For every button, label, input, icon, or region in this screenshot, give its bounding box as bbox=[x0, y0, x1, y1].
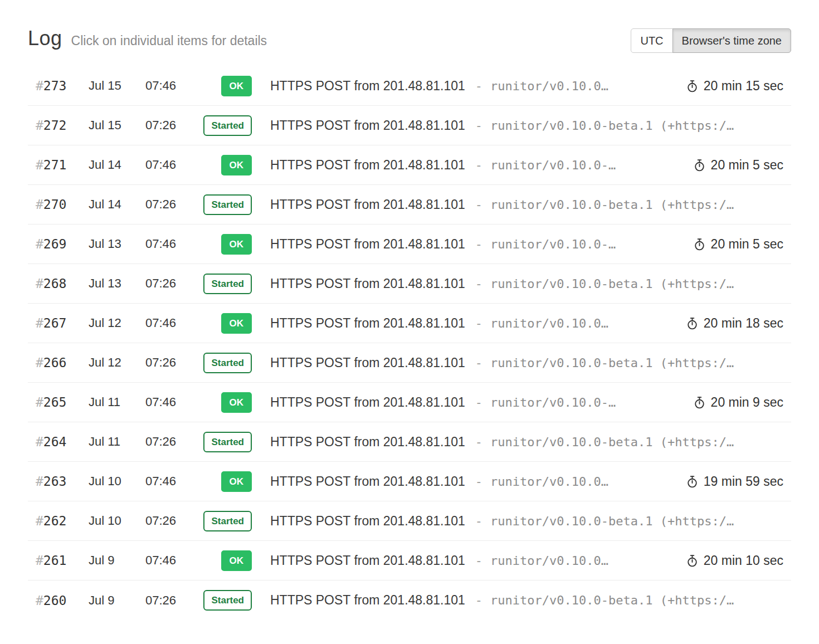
log-row[interactable]: #267 Jul 12 07:46 OK HTTPS POST from 201… bbox=[28, 304, 791, 343]
stopwatch-icon bbox=[686, 80, 699, 92]
event-text: HTTPS POST from 201.48.81.101 bbox=[270, 593, 465, 608]
duration: 19 min 59 sec bbox=[676, 474, 783, 489]
status-badge: OK bbox=[221, 155, 252, 175]
ping-number: #260 bbox=[36, 593, 89, 608]
ping-time: 07:26 bbox=[145, 355, 188, 370]
status-badge: OK bbox=[221, 234, 252, 255]
ping-number-value: 273 bbox=[43, 79, 67, 93]
event-text: HTTPS POST from 201.48.81.101 bbox=[270, 197, 465, 212]
utc-button[interactable]: UTC bbox=[631, 28, 672, 53]
ping-number: #273 bbox=[36, 79, 89, 93]
user-agent-text: runitor/v0.10.0-beta.1 (+https:/… bbox=[490, 593, 734, 607]
status-badge: Started bbox=[203, 432, 252, 452]
hash-prefix: # bbox=[36, 158, 43, 172]
log-row[interactable]: #271 Jul 14 07:46 OK HTTPS POST from 201… bbox=[28, 145, 791, 185]
dash-separator: - bbox=[475, 119, 482, 133]
stopwatch-icon bbox=[686, 475, 699, 488]
event-text: HTTPS POST from 201.48.81.101 bbox=[270, 79, 465, 94]
stopwatch-icon bbox=[693, 396, 706, 409]
log-row[interactable]: #273 Jul 15 07:46 OK HTTPS POST from 201… bbox=[28, 66, 791, 106]
log-row[interactable]: #265 Jul 11 07:46 OK HTTPS POST from 201… bbox=[28, 383, 791, 422]
status-badge-cell: Started bbox=[188, 432, 252, 452]
ping-number-value: 263 bbox=[43, 474, 67, 489]
log-row[interactable]: #264 Jul 11 07:26 Started HTTPS POST fro… bbox=[28, 422, 791, 462]
stopwatch-icon bbox=[693, 159, 706, 172]
log-row[interactable]: #266 Jul 12 07:26 Started HTTPS POST fro… bbox=[28, 343, 791, 383]
user-agent-text: runitor/v0.10.0… bbox=[490, 79, 608, 93]
user-agent-text: runitor/v0.10.0-… bbox=[490, 396, 616, 409]
ping-date: Jul 12 bbox=[89, 355, 145, 370]
ping-time: 07:46 bbox=[145, 553, 188, 568]
event-text: HTTPS POST from 201.48.81.101 bbox=[270, 474, 465, 489]
status-badge: Started bbox=[203, 511, 252, 531]
event-text: HTTPS POST from 201.48.81.101 bbox=[270, 553, 465, 568]
status-badge-cell: OK bbox=[188, 76, 252, 96]
duration-text: 20 min 18 sec bbox=[704, 316, 783, 331]
log-row[interactable]: #269 Jul 13 07:46 OK HTTPS POST from 201… bbox=[28, 225, 791, 264]
log-row[interactable]: #263 Jul 10 07:46 OK HTTPS POST from 201… bbox=[28, 462, 791, 501]
status-badge-cell: OK bbox=[188, 392, 252, 413]
ping-number-value: 266 bbox=[43, 355, 67, 370]
ping-detail: HTTPS POST from 201.48.81.101 - runitor/… bbox=[270, 514, 783, 529]
log-page: Log Click on individual items for detail… bbox=[0, 0, 819, 620]
user-agent-text: runitor/v0.10.0-beta.1 (+https:/… bbox=[490, 435, 734, 449]
hash-prefix: # bbox=[36, 276, 43, 291]
ping-date: Jul 15 bbox=[89, 79, 145, 93]
user-agent-text: runitor/v0.10.0-beta.1 (+https:/… bbox=[490, 356, 734, 370]
event-text: HTTPS POST from 201.48.81.101 bbox=[270, 435, 465, 450]
event-text: HTTPS POST from 201.48.81.101 bbox=[270, 276, 465, 291]
status-badge-cell: OK bbox=[188, 155, 252, 175]
ping-detail: HTTPS POST from 201.48.81.101 - runitor/… bbox=[270, 118, 783, 133]
log-row[interactable]: #261 Jul 9 07:46 OK HTTPS POST from 201.… bbox=[28, 541, 791, 580]
ping-time: 07:26 bbox=[145, 593, 188, 608]
ping-number-value: 264 bbox=[43, 435, 67, 449]
duration-text: 20 min 15 sec bbox=[704, 79, 783, 94]
status-badge-cell: OK bbox=[188, 313, 252, 334]
ping-date: Jul 9 bbox=[89, 593, 145, 608]
hash-prefix: # bbox=[36, 514, 43, 528]
ping-time: 07:26 bbox=[145, 435, 188, 449]
duration-text: 19 min 59 sec bbox=[704, 474, 783, 489]
status-badge: Started bbox=[203, 590, 252, 611]
hash-prefix: # bbox=[36, 553, 43, 568]
ping-number: #268 bbox=[36, 276, 89, 291]
ping-number: #267 bbox=[36, 316, 89, 330]
ping-number: #263 bbox=[36, 474, 89, 489]
duration-text: 20 min 10 sec bbox=[704, 553, 783, 568]
ping-date: Jul 9 bbox=[89, 553, 145, 568]
status-badge-cell: OK bbox=[188, 550, 252, 571]
page-header: Log Click on individual items for detail… bbox=[28, 0, 791, 53]
ping-detail: HTTPS POST from 201.48.81.101 - runitor/… bbox=[270, 395, 683, 410]
title-wrap: Log Click on individual items for detail… bbox=[28, 27, 267, 50]
ping-time: 07:46 bbox=[145, 237, 188, 251]
ping-detail: HTTPS POST from 201.48.81.101 - runitor/… bbox=[270, 79, 676, 94]
ping-date: Jul 14 bbox=[89, 197, 145, 212]
status-badge: Started bbox=[203, 115, 252, 136]
user-agent-text: runitor/v0.10.0-beta.1 (+https:/… bbox=[490, 119, 734, 133]
log-row[interactable]: #262 Jul 10 07:26 Started HTTPS POST fro… bbox=[28, 501, 791, 541]
ping-time: 07:26 bbox=[145, 197, 188, 212]
ping-time: 07:46 bbox=[145, 79, 188, 93]
log-row[interactable]: #268 Jul 13 07:26 Started HTTPS POST fro… bbox=[28, 264, 791, 304]
status-badge-cell: Started bbox=[188, 194, 252, 215]
browser-timezone-button[interactable]: Browser's time zone bbox=[672, 28, 791, 53]
hash-prefix: # bbox=[36, 79, 43, 93]
ping-number: #266 bbox=[36, 355, 89, 370]
duration-text: 20 min 5 sec bbox=[711, 158, 783, 173]
log-row[interactable]: #260 Jul 9 07:26 Started HTTPS POST from… bbox=[28, 580, 791, 620]
ping-detail: HTTPS POST from 201.48.81.101 - runitor/… bbox=[270, 435, 783, 450]
hash-prefix: # bbox=[36, 237, 43, 251]
dash-separator: - bbox=[475, 198, 482, 212]
event-text: HTTPS POST from 201.48.81.101 bbox=[270, 316, 465, 331]
dash-separator: - bbox=[475, 475, 482, 489]
page-subtitle: Click on individual items for details bbox=[71, 33, 267, 48]
hash-prefix: # bbox=[36, 474, 43, 489]
dash-separator: - bbox=[475, 435, 482, 449]
log-row[interactable]: #270 Jul 14 07:26 Started HTTPS POST fro… bbox=[28, 185, 791, 225]
stopwatch-icon bbox=[686, 554, 699, 567]
ping-number-value: 265 bbox=[43, 395, 67, 409]
event-text: HTTPS POST from 201.48.81.101 bbox=[270, 514, 465, 529]
log-row[interactable]: #272 Jul 15 07:26 Started HTTPS POST fro… bbox=[28, 106, 791, 145]
dash-separator: - bbox=[475, 277, 482, 291]
ping-date: Jul 10 bbox=[89, 474, 145, 489]
